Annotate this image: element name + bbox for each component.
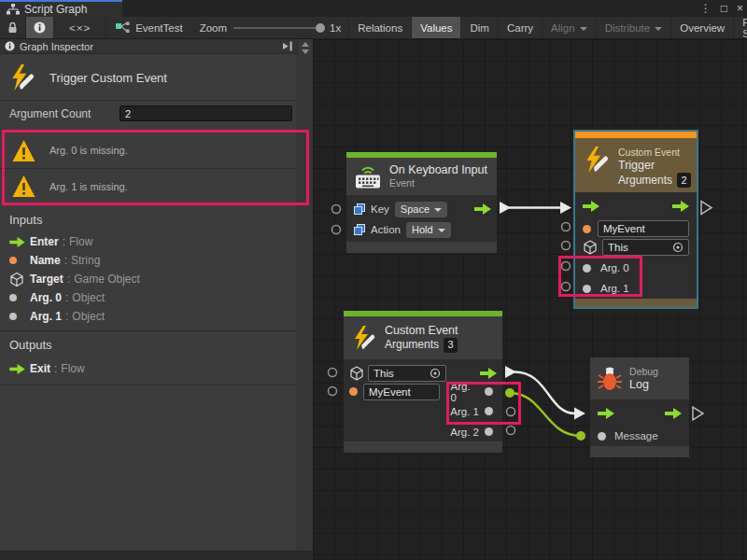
maximize-icon[interactable]: □ bbox=[721, 0, 727, 17]
port-action-input[interactable] bbox=[332, 226, 341, 234]
arg1-label: Arg. 1 bbox=[600, 283, 629, 294]
object-picker-icon[interactable] bbox=[430, 368, 441, 379]
action-dropdown[interactable]: Hold bbox=[406, 222, 451, 238]
wire-keyboard-to-trigger bbox=[500, 202, 571, 214]
node-custom-event[interactable]: Custom Event Arguments 3 This bbox=[344, 311, 502, 454]
object-port-icon bbox=[598, 432, 606, 441]
target-row: This bbox=[344, 364, 502, 382]
custom-event-icon bbox=[583, 146, 611, 174]
window-menu-icon[interactable]: ⋮ bbox=[700, 0, 712, 17]
port-trigger-exit[interactable] bbox=[701, 202, 712, 215]
flow-arrow-icon bbox=[9, 364, 25, 374]
object-port-icon bbox=[485, 427, 493, 436]
graph-tab-icon bbox=[7, 4, 20, 15]
key-dropdown[interactable]: Space bbox=[395, 202, 447, 217]
close-icon[interactable]: × bbox=[737, 0, 743, 17]
info-icon bbox=[34, 21, 46, 34]
flow-output-arrow[interactable] bbox=[474, 203, 491, 215]
graph-reference[interactable]: EventTest bbox=[106, 17, 192, 38]
event-name-field[interactable]: MyEvent bbox=[363, 384, 440, 400]
port-trigger-arg0-input[interactable] bbox=[562, 262, 571, 271]
node-debug-log[interactable]: Debug Log Message bbox=[590, 357, 689, 458]
dock-panel-icon[interactable] bbox=[282, 40, 293, 52]
node-trigger-custom-event[interactable]: Custom Event Trigger Arguments 2 MyEvent bbox=[573, 130, 698, 309]
lock-icon bbox=[7, 21, 18, 34]
flow-input-arrow[interactable] bbox=[583, 201, 599, 212]
inspector-toggle-button[interactable] bbox=[26, 17, 54, 38]
target-value: This bbox=[608, 242, 628, 253]
zoom-label: Zoom bbox=[200, 22, 227, 34]
align-button[interactable]: Align bbox=[542, 17, 596, 38]
event-name-row: MyEvent Arg. 0 bbox=[344, 383, 502, 400]
port-debug-exit[interactable] bbox=[693, 407, 703, 420]
target-field[interactable]: This bbox=[602, 239, 689, 256]
arguments-count-badge: 2 bbox=[677, 173, 691, 188]
dim-button[interactable]: Dim bbox=[460, 17, 497, 38]
flow-output-arrow[interactable] bbox=[480, 368, 497, 379]
arg1-label: Arg. 1 bbox=[450, 406, 479, 417]
section-divider bbox=[0, 330, 297, 331]
object-port-icon bbox=[485, 387, 493, 396]
info-icon bbox=[5, 41, 15, 51]
target-row: This bbox=[575, 238, 697, 257]
arg2-row: Arg. 2 bbox=[344, 423, 502, 441]
flow-output-arrow[interactable] bbox=[665, 408, 682, 419]
warnings-section: Arg. 0 is missing. Arg. 1 is missing. bbox=[0, 133, 297, 204]
flow-row bbox=[575, 197, 697, 216]
carry-button[interactable]: Carry bbox=[498, 17, 542, 38]
graph-canvas[interactable]: On Keyboard Input Event Key Space bbox=[313, 39, 747, 560]
graph-toolbar: <×> EventTest Zoom 1x Relat bbox=[0, 17, 747, 39]
scroll-down-icon[interactable] bbox=[302, 49, 309, 54]
port-arg2-output[interactable] bbox=[507, 427, 515, 435]
node-on-keyboard-input[interactable]: On Keyboard Input Event Key Space bbox=[346, 152, 497, 253]
object-port-icon bbox=[9, 294, 17, 301]
string-port-icon bbox=[349, 387, 358, 396]
inspector-title: Graph Inspector bbox=[20, 41, 277, 52]
port-trigger-name-input[interactable] bbox=[562, 223, 571, 231]
arg1-row: Arg. 1 bbox=[344, 402, 502, 420]
csharp-preview-button[interactable]: <×> bbox=[54, 17, 106, 38]
lock-button[interactable] bbox=[0, 17, 26, 38]
scroll-up-icon[interactable] bbox=[302, 42, 309, 47]
code-icon: <×> bbox=[69, 22, 91, 34]
argument-count-field[interactable]: 2 bbox=[120, 105, 292, 121]
flow-output-arrow[interactable] bbox=[672, 201, 689, 212]
event-name-field[interactable]: MyEvent bbox=[598, 220, 689, 237]
wire-customevent-to-debug bbox=[505, 366, 585, 420]
message-row: Message bbox=[590, 427, 689, 445]
port-trigger-target-input[interactable] bbox=[562, 242, 571, 250]
port-trigger-arg1-input[interactable] bbox=[562, 283, 571, 291]
keyboard-icon bbox=[354, 164, 382, 189]
action-value: Hold bbox=[412, 224, 433, 235]
object-picker-icon[interactable] bbox=[672, 242, 684, 253]
custom-event-icon bbox=[8, 63, 36, 91]
fullscreen-button[interactable]: Full Screen bbox=[733, 17, 747, 38]
port-message-input-connected[interactable] bbox=[576, 431, 585, 441]
values-button[interactable]: Values bbox=[411, 17, 460, 38]
titlebar: Script Graph ⋮ □ × bbox=[0, 0, 747, 17]
target-field[interactable]: This bbox=[368, 365, 446, 382]
port-key-input[interactable] bbox=[332, 205, 341, 214]
key-label: Key bbox=[371, 203, 389, 215]
inspected-node-title: Trigger Custom Event bbox=[49, 71, 167, 85]
target-value: This bbox=[374, 368, 394, 379]
port-customevent-name-input[interactable] bbox=[329, 387, 337, 396]
port-list-item: Arg. 1 : Object bbox=[0, 307, 297, 326]
node-supertitle: Debug bbox=[629, 366, 658, 378]
zoom-control: Zoom 1x bbox=[192, 17, 349, 38]
distribute-button[interactable]: Distribute bbox=[596, 17, 671, 38]
unity-script-graph-window: Script Graph ⋮ □ × bbox=[0, 0, 747, 560]
flow-input-arrow[interactable] bbox=[598, 408, 614, 419]
zoom-slider-knob[interactable] bbox=[316, 23, 325, 33]
tab-script-graph[interactable]: Script Graph bbox=[0, 0, 122, 17]
port-list-item: Arg. 0 : Object bbox=[0, 288, 297, 307]
relations-button[interactable]: Relations bbox=[348, 17, 411, 38]
arguments-label: Arguments bbox=[385, 338, 439, 352]
port-customevent-target-input[interactable] bbox=[329, 369, 337, 377]
port-arg0-output-connected[interactable] bbox=[505, 388, 514, 398]
chevron-down-icon bbox=[580, 27, 587, 31]
port-arg1-output[interactable] bbox=[507, 408, 515, 416]
zoom-slider[interactable] bbox=[233, 27, 323, 29]
overview-button[interactable]: Overview bbox=[670, 17, 733, 38]
inspector-scrollbar[interactable] bbox=[297, 39, 313, 551]
